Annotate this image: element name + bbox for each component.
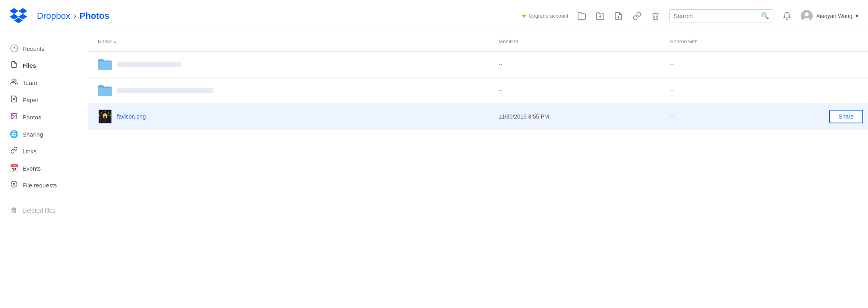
svg-point-3 xyxy=(805,12,809,16)
svg-point-10 xyxy=(11,181,17,187)
column-header-name[interactable]: Name xyxy=(88,32,494,51)
shared-with-value: -- xyxy=(665,78,821,104)
column-header-shared-with[interactable]: Shared with xyxy=(665,32,821,51)
column-header-actions xyxy=(821,32,868,51)
table-row[interactable]: -- -- xyxy=(88,78,868,104)
modified-value: 11/30/2015 3:55 PM xyxy=(494,104,665,130)
deleted-files-icon: 🗑 xyxy=(10,206,18,215)
paper-icon xyxy=(10,95,18,105)
main-content: Name Modified Shared with xyxy=(88,32,868,308)
top-bar-right: ★ Upgrade account xyxy=(521,9,858,23)
shared-with-value: -- xyxy=(665,104,821,130)
blurred-filename xyxy=(117,88,213,93)
sidebar-item-label: Deleted files xyxy=(22,207,56,214)
upgrade-label: Upgrade account xyxy=(528,13,568,19)
table-header: Name Modified Shared with xyxy=(88,32,868,51)
table-body: -- -- xyxy=(88,51,868,130)
sidebar-item-label: Files xyxy=(22,62,36,69)
sidebar-item-label: Recents xyxy=(22,45,45,52)
sidebar-item-team[interactable]: Team xyxy=(0,74,88,91)
sidebar-item-label: File requests xyxy=(22,182,57,189)
photos-icon xyxy=(10,113,18,122)
shared-with-value: -- xyxy=(665,51,821,78)
share-link-button[interactable] xyxy=(630,9,644,23)
sidebar-item-paper[interactable]: Paper xyxy=(0,91,88,109)
user-menu[interactable]: Xiaoyan Wang ▾ xyxy=(801,10,858,22)
svg-line-15 xyxy=(108,113,109,113)
sidebar: 🕐 Recents Files Team xyxy=(0,32,88,308)
svg-point-11 xyxy=(13,183,15,185)
file-name-cell xyxy=(88,51,494,78)
actions-cell xyxy=(821,78,868,104)
avatar xyxy=(801,10,813,22)
sidebar-item-events[interactable]: 📅 Events xyxy=(0,160,88,177)
file-table: Name Modified Shared with xyxy=(88,32,868,130)
table-row[interactable]: favicon.png 11/30/2015 3:55 PM -- Share xyxy=(88,104,868,130)
sidebar-item-files[interactable]: Files xyxy=(0,57,88,74)
create-doc-button[interactable] xyxy=(611,9,626,23)
star-icon: ★ xyxy=(521,12,527,20)
sidebar-item-links[interactable]: Links xyxy=(0,143,88,160)
user-chevron-icon: ▾ xyxy=(856,13,858,19)
breadcrumb-current: Photos xyxy=(79,11,109,21)
sidebar-item-sharing[interactable]: 🌐 Sharing xyxy=(0,126,88,143)
main-layout: 🕐 Recents Files Team xyxy=(0,32,868,308)
sidebar-item-label: Photos xyxy=(22,114,41,121)
share-button[interactable]: Share xyxy=(829,110,863,123)
actions-cell: Share xyxy=(821,104,868,130)
sidebar-item-recents[interactable]: 🕐 Recents xyxy=(0,40,88,57)
upgrade-link[interactable]: ★ Upgrade account xyxy=(521,12,568,20)
sidebar-item-label: Events xyxy=(22,165,41,172)
file-requests-icon xyxy=(10,181,18,190)
search-input[interactable] xyxy=(674,12,761,19)
folder-icon xyxy=(98,83,112,98)
modified-value: -- xyxy=(494,78,665,104)
sidebar-item-label: Links xyxy=(22,148,36,155)
column-header-modified[interactable]: Modified xyxy=(494,32,665,51)
sidebar-divider xyxy=(0,198,88,198)
actions-cell xyxy=(821,51,868,78)
sidebar-item-file-requests[interactable]: File requests xyxy=(0,177,88,194)
files-icon xyxy=(10,61,18,70)
upload-button[interactable] xyxy=(593,9,607,23)
shared-with-label: Shared with xyxy=(670,38,698,44)
folder-icon xyxy=(98,57,112,72)
modified-label: Modified xyxy=(498,38,518,44)
new-folder-button[interactable] xyxy=(575,9,589,23)
notification-button[interactable] xyxy=(780,9,794,23)
blurred-filename xyxy=(117,62,181,67)
breadcrumb-root[interactable]: Dropbox xyxy=(37,11,70,21)
file-thumbnail xyxy=(98,109,112,124)
links-icon xyxy=(10,147,18,156)
sidebar-item-photos[interactable]: Photos xyxy=(0,109,88,126)
team-icon xyxy=(10,78,18,87)
breadcrumb: Dropbox › Photos xyxy=(37,11,109,21)
sidebar-item-label: Team xyxy=(22,79,37,86)
dropbox-logo-icon[interactable] xyxy=(10,7,27,25)
user-name: Xiaoyan Wang xyxy=(816,13,852,19)
search-box[interactable]: 🔍 xyxy=(669,9,773,22)
svg-line-17 xyxy=(101,113,102,113)
file-name-cell: favicon.png xyxy=(88,104,494,130)
top-bar: Dropbox › Photos ★ Upgrade account xyxy=(0,0,868,32)
svg-point-19 xyxy=(104,116,106,119)
sidebar-item-label: Paper xyxy=(22,97,38,103)
file-name-cell xyxy=(88,78,494,104)
name-sort-label: Name xyxy=(98,38,117,44)
events-icon: 📅 xyxy=(10,164,18,173)
file-name-link[interactable]: favicon.png xyxy=(117,113,146,120)
sharing-icon: 🌐 xyxy=(10,130,18,139)
sidebar-item-deleted-files[interactable]: 🗑 Deleted files xyxy=(0,202,88,219)
svg-point-9 xyxy=(12,115,13,115)
modified-value: -- xyxy=(494,51,665,78)
table-row[interactable]: -- -- xyxy=(88,51,868,78)
search-icon[interactable]: 🔍 xyxy=(761,12,769,20)
recents-icon: 🕐 xyxy=(10,44,18,53)
sidebar-item-label: Sharing xyxy=(22,131,43,138)
delete-button[interactable] xyxy=(648,9,663,23)
breadcrumb-separator: › xyxy=(73,11,76,21)
top-bar-left: Dropbox › Photos xyxy=(10,7,109,25)
svg-point-5 xyxy=(12,79,14,81)
toolbar-icons xyxy=(575,9,663,23)
